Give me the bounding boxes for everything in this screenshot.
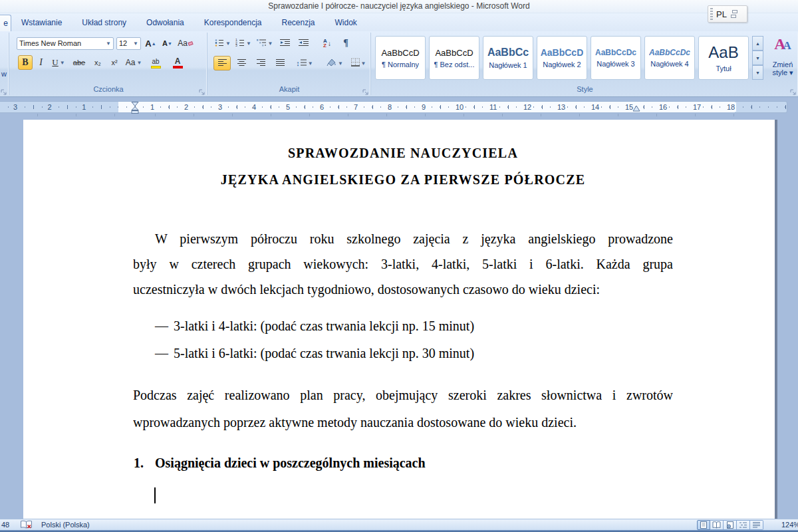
- paragraph-1: W pierwszym półroczu roku szkolnego zaję…: [133, 226, 673, 302]
- status-language[interactable]: Polski (Polska): [41, 521, 90, 529]
- style-naglowek-2[interactable]: AaBbCcD Nagłówek 2: [537, 36, 587, 80]
- language-bar[interactable]: PL: [708, 5, 747, 23]
- list-item: — 5-latki i 6-latki: (podać czas trwania…: [155, 345, 474, 361]
- align-left-icon: [218, 57, 227, 69]
- change-case-button[interactable]: Aa▼: [124, 55, 144, 70]
- justify-button[interactable]: [271, 56, 289, 70]
- chevron-down-icon: ▼: [106, 41, 111, 47]
- align-right-button[interactable]: [252, 56, 269, 70]
- numbered-list-icon: 123: [235, 37, 245, 49]
- strikethrough-button[interactable]: abe: [70, 55, 88, 70]
- ruler-tab-marks: [0, 114, 735, 116]
- draft-view-button[interactable]: [750, 520, 763, 530]
- tab-wstawianie[interactable]: Wstawianie: [11, 15, 72, 31]
- gallery-scroll-up-button[interactable]: ▲: [752, 36, 763, 51]
- line-spacing-button[interactable]: ↕ ▼: [293, 56, 316, 70]
- style-tytul[interactable]: AaB Tytuł: [698, 36, 749, 80]
- chevron-down-icon: ▼: [361, 61, 366, 66]
- eraser-icon: [188, 41, 193, 45]
- left-indent-marker[interactable]: [130, 102, 140, 116]
- increase-indent-button[interactable]: [295, 36, 312, 51]
- group-styles: AaBbCcD ¶ Normalny AaBbCcD ¶ Bez odst...…: [372, 33, 798, 95]
- tab-home-partial[interactable]: e: [0, 15, 11, 31]
- style-normalny[interactable]: AaBbCcD ¶ Normalny: [375, 36, 426, 80]
- list-dash: —: [155, 345, 168, 361]
- font-color-swatch: [173, 66, 183, 68]
- tab-recenzja[interactable]: Recenzja: [272, 15, 325, 31]
- tab-korespondencja[interactable]: Korespondencja: [194, 15, 272, 31]
- italic-button[interactable]: I: [35, 55, 47, 70]
- gallery-scroll-down-button[interactable]: ▼: [752, 51, 763, 65]
- print-layout-view-button[interactable]: [697, 520, 710, 530]
- highlight-color-button[interactable]: ab: [146, 55, 166, 70]
- language-indicator[interactable]: PL: [716, 9, 727, 19]
- styles-dialog-launcher-icon[interactable]: [789, 86, 797, 94]
- decrease-indent-button[interactable]: [277, 36, 293, 51]
- horizontal-ruler[interactable]: 123456789101112131415161718123: [0, 101, 787, 113]
- borders-grid-icon: [351, 57, 360, 69]
- align-center-button[interactable]: [233, 56, 250, 70]
- paint-bucket-icon: [326, 57, 336, 69]
- tab-odwolania[interactable]: Odwołania: [136, 15, 194, 31]
- outline-view-button[interactable]: [737, 520, 750, 530]
- right-indent-marker[interactable]: [632, 104, 641, 116]
- document-page[interactable]: SPRAWOZDANIE NAUCZYCIELA JĘZYKA ANGIELSK…: [23, 120, 775, 532]
- tab-widok[interactable]: Widok: [325, 15, 367, 31]
- font-dialog-launcher-icon[interactable]: [198, 86, 205, 94]
- chevron-down-icon: ▼: [246, 41, 251, 47]
- language-bar-drag-handle[interactable]: [710, 8, 713, 20]
- multilevel-list-button[interactable]: ▼: [255, 36, 275, 51]
- heading-number: 1.: [134, 456, 144, 471]
- style-gallery: AaBbCcD ¶ Normalny AaBbCcD ¶ Bez odst...…: [375, 36, 749, 80]
- borders-button[interactable]: ▼: [348, 56, 369, 70]
- group-font: Times New Roman▼ 12▼ A▲ A▼ Aa B I U▼ abe…: [10, 33, 207, 95]
- font-name-combobox[interactable]: Times New Roman▼: [17, 37, 114, 50]
- language-bar-restore-icon[interactable]: [731, 10, 739, 18]
- sort-button[interactable]: AZ ↓: [318, 36, 336, 51]
- chevron-down-icon: ▼: [60, 60, 65, 66]
- spellcheck-icon[interactable]: [20, 520, 33, 531]
- paste-button-partial-label[interactable]: w: [1, 70, 7, 78]
- outdent-icon: [280, 37, 290, 49]
- heading-text: Osiągnięcia dzieci w poszczególnych mies…: [155, 456, 426, 471]
- chevron-down-icon: ▼: [268, 41, 273, 47]
- justify-icon: [276, 57, 285, 69]
- ribbon: w Times New Roman▼ 12▼ A▲ A▼ Aa B: [0, 31, 798, 97]
- font-size-combobox[interactable]: 12▼: [116, 37, 141, 50]
- font-color-button[interactable]: A: [168, 55, 188, 70]
- text-cursor: [154, 487, 156, 503]
- numbering-button[interactable]: 123▼: [234, 36, 253, 51]
- change-styles-button[interactable]: AA Zmień style ▾: [768, 35, 797, 83]
- tab-uklad-strony[interactable]: Układ strony: [72, 15, 136, 31]
- clear-formatting-button[interactable]: Aa: [177, 36, 194, 51]
- web-layout-view-button[interactable]: [724, 520, 737, 530]
- align-left-button[interactable]: [213, 56, 231, 70]
- show-formatting-marks-button[interactable]: ¶: [338, 36, 353, 51]
- gallery-expand-button[interactable]: ▼: [752, 65, 763, 80]
- chevron-down-icon: ▼: [133, 41, 138, 47]
- spacing-lines-icon: [300, 57, 307, 69]
- underline-button[interactable]: U▼: [49, 55, 68, 70]
- shrink-font-button[interactable]: A▼: [160, 36, 174, 51]
- change-styles-icon: AA: [768, 35, 797, 58]
- bold-button[interactable]: B: [18, 55, 33, 70]
- style-bez-odstepow[interactable]: AaBbCcD ¶ Bez odst...: [429, 36, 479, 80]
- fullscreen-reading-view-button[interactable]: [710, 520, 724, 530]
- bullets-button[interactable]: ▼: [213, 36, 232, 51]
- status-partial-count[interactable]: 48: [1, 521, 9, 529]
- list-dash: —: [155, 318, 168, 334]
- zoom-level[interactable]: 124%: [781, 521, 798, 529]
- shading-button[interactable]: ▼: [323, 56, 346, 70]
- subscript-button[interactable]: x₂: [90, 55, 105, 70]
- style-naglowek-3[interactable]: AaBbCcDc Nagłówek 3: [591, 36, 641, 80]
- window-title: Sprawozdanie I półrocze- nauczyciel języ…: [268, 1, 529, 11]
- grow-font-button[interactable]: A▲: [144, 36, 158, 51]
- highlight-color-swatch: [151, 66, 161, 68]
- paragraph-2: Podczas zajęć realizowano plan pracy, ob…: [133, 382, 673, 436]
- style-naglowek-4[interactable]: AaBbCcDc Nagłówek 4: [644, 36, 695, 80]
- down-arrow-icon: ↓: [328, 40, 331, 47]
- clipboard-dialog-launcher-icon[interactable]: [0, 86, 7, 94]
- style-naglowek-1[interactable]: AaBbCc Nagłówek 1: [483, 36, 533, 80]
- paragraph-dialog-launcher-icon[interactable]: [362, 86, 369, 94]
- superscript-button[interactable]: x²: [107, 55, 122, 70]
